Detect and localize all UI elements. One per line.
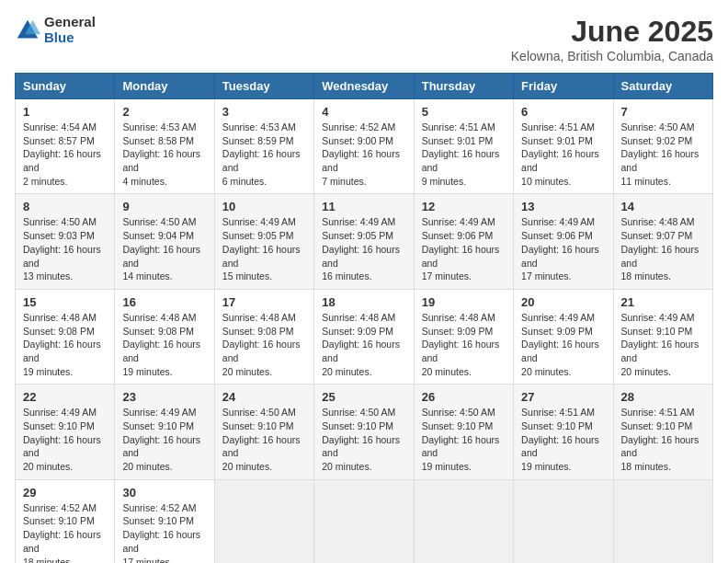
day-cell-content: Sunrise: 4:51 AMSunset: 9:10 PMDaylight:…: [521, 406, 605, 473]
day-cell-content: Sunrise: 4:48 AMSunset: 9:08 PMDaylight:…: [122, 311, 206, 378]
calendar-cell: 7 Sunrise: 4:50 AMSunset: 9:02 PMDayligh…: [613, 99, 712, 194]
calendar-cell: 26 Sunrise: 4:50 AMSunset: 9:10 PMDaylig…: [414, 385, 513, 479]
day-cell-content: Sunrise: 4:52 AMSunset: 9:10 PMDaylight:…: [23, 501, 107, 563]
calendar-cell: 4 Sunrise: 4:52 AMSunset: 9:00 PMDayligh…: [314, 99, 414, 194]
day-number: 2: [122, 105, 206, 119]
day-number: 22: [23, 390, 107, 404]
main-title: June 2025: [511, 15, 713, 49]
day-cell-content: Sunrise: 4:49 AMSunset: 9:05 PMDaylight:…: [322, 215, 405, 282]
day-cell-content: Sunrise: 4:49 AMSunset: 9:10 PMDaylight:…: [23, 406, 107, 473]
day-cell-content: Sunrise: 4:53 AMSunset: 8:59 PMDaylight:…: [222, 121, 306, 188]
calendar-cell: 15 Sunrise: 4:48 AMSunset: 9:08 PMDaylig…: [16, 289, 115, 384]
day-number: 12: [422, 200, 506, 213]
day-number: 9: [122, 200, 206, 213]
day-cell-content: Sunrise: 4:50 AMSunset: 9:04 PMDaylight:…: [122, 215, 206, 282]
day-cell-content: Sunrise: 4:49 AMSunset: 9:10 PMDaylight:…: [122, 406, 206, 473]
calendar-week-row: 15 Sunrise: 4:48 AMSunset: 9:08 PMDaylig…: [16, 289, 713, 384]
day-header-saturday: Saturday: [613, 74, 712, 99]
calendar-cell: 30 Sunrise: 4:52 AMSunset: 9:10 PMDaylig…: [115, 479, 214, 563]
calendar-cell: 21 Sunrise: 4:49 AMSunset: 9:10 PMDaylig…: [613, 289, 712, 384]
calendar-cell: 2 Sunrise: 4:53 AMSunset: 8:58 PMDayligh…: [115, 99, 214, 194]
calendar-cell: [613, 479, 712, 563]
calendar-week-row: 1 Sunrise: 4:54 AMSunset: 8:57 PMDayligh…: [16, 99, 713, 194]
day-cell-content: Sunrise: 4:50 AMSunset: 9:10 PMDaylight:…: [422, 406, 506, 473]
calendar-cell: 6 Sunrise: 4:51 AMSunset: 9:01 PMDayligh…: [514, 99, 613, 194]
calendar-week-row: 22 Sunrise: 4:49 AMSunset: 9:10 PMDaylig…: [16, 385, 713, 479]
day-number: 6: [521, 105, 605, 119]
logo-text: General Blue: [44, 15, 96, 45]
calendar-cell: 14 Sunrise: 4:48 AMSunset: 9:07 PMDaylig…: [613, 194, 712, 289]
day-number: 15: [23, 295, 107, 309]
day-number: 21: [621, 295, 705, 309]
calendar-cell: 20 Sunrise: 4:49 AMSunset: 9:09 PMDaylig…: [514, 289, 613, 384]
day-number: 27: [521, 390, 605, 404]
calendar-cell: 24 Sunrise: 4:50 AMSunset: 9:10 PMDaylig…: [214, 385, 313, 479]
subtitle: Kelowna, British Columbia, Canada: [511, 49, 713, 63]
calendar-cell: 1 Sunrise: 4:54 AMSunset: 8:57 PMDayligh…: [16, 99, 115, 194]
calendar-cell: 27 Sunrise: 4:51 AMSunset: 9:10 PMDaylig…: [514, 385, 613, 479]
day-header-thursday: Thursday: [414, 74, 513, 99]
day-header-monday: Monday: [115, 74, 214, 99]
calendar-cell: 5 Sunrise: 4:51 AMSunset: 9:01 PMDayligh…: [414, 99, 513, 194]
calendar-cell: 10 Sunrise: 4:49 AMSunset: 9:05 PMDaylig…: [214, 194, 313, 289]
day-number: 19: [422, 295, 506, 309]
day-header-friday: Friday: [514, 74, 613, 99]
calendar-cell: 17 Sunrise: 4:48 AMSunset: 9:08 PMDaylig…: [214, 289, 313, 384]
logo: General Blue: [15, 15, 96, 45]
day-number: 16: [122, 295, 206, 309]
day-number: 23: [122, 390, 206, 404]
day-header-sunday: Sunday: [16, 74, 115, 99]
logo-icon: [15, 17, 40, 43]
day-number: 30: [122, 486, 206, 500]
logo-general: General: [44, 15, 96, 30]
day-number: 8: [23, 200, 107, 213]
day-number: 14: [621, 200, 705, 213]
day-cell-content: Sunrise: 4:53 AMSunset: 8:58 PMDaylight:…: [122, 121, 206, 188]
day-cell-content: Sunrise: 4:48 AMSunset: 9:08 PMDaylight:…: [222, 311, 306, 378]
day-number: 7: [621, 105, 705, 119]
day-number: 11: [322, 200, 405, 213]
day-cell-content: Sunrise: 4:49 AMSunset: 9:10 PMDaylight:…: [621, 311, 705, 378]
calendar-cell: 13 Sunrise: 4:49 AMSunset: 9:06 PMDaylig…: [514, 194, 613, 289]
day-cell-content: Sunrise: 4:54 AMSunset: 8:57 PMDaylight:…: [23, 121, 107, 188]
day-cell-content: Sunrise: 4:51 AMSunset: 9:10 PMDaylight:…: [621, 406, 705, 473]
calendar-cell: 29 Sunrise: 4:52 AMSunset: 9:10 PMDaylig…: [16, 479, 115, 563]
day-cell-content: Sunrise: 4:48 AMSunset: 9:09 PMDaylight:…: [422, 311, 506, 378]
day-cell-content: Sunrise: 4:52 AMSunset: 9:00 PMDaylight:…: [322, 121, 405, 188]
day-number: 29: [23, 486, 107, 500]
calendar-cell: 12 Sunrise: 4:49 AMSunset: 9:06 PMDaylig…: [414, 194, 513, 289]
calendar-cell: 18 Sunrise: 4:48 AMSunset: 9:09 PMDaylig…: [314, 289, 414, 384]
calendar-cell: 25 Sunrise: 4:50 AMSunset: 9:10 PMDaylig…: [314, 385, 414, 479]
day-header-wednesday: Wednesday: [314, 74, 414, 99]
day-cell-content: Sunrise: 4:48 AMSunset: 9:09 PMDaylight:…: [322, 311, 405, 378]
day-cell-content: Sunrise: 4:52 AMSunset: 9:10 PMDaylight:…: [122, 501, 206, 563]
calendar-cell: 16 Sunrise: 4:48 AMSunset: 9:08 PMDaylig…: [115, 289, 214, 384]
day-cell-content: Sunrise: 4:48 AMSunset: 9:07 PMDaylight:…: [621, 215, 705, 282]
calendar-cell: [214, 479, 313, 563]
calendar-cell: 3 Sunrise: 4:53 AMSunset: 8:59 PMDayligh…: [214, 99, 313, 194]
day-cell-content: Sunrise: 4:49 AMSunset: 9:06 PMDaylight:…: [422, 215, 506, 282]
day-cell-content: Sunrise: 4:49 AMSunset: 9:05 PMDaylight:…: [222, 215, 306, 282]
calendar-week-row: 8 Sunrise: 4:50 AMSunset: 9:03 PMDayligh…: [16, 194, 713, 289]
calendar-cell: 22 Sunrise: 4:49 AMSunset: 9:10 PMDaylig…: [16, 385, 115, 479]
calendar-table: SundayMondayTuesdayWednesdayThursdayFrid…: [15, 73, 713, 563]
logo-blue: Blue: [44, 30, 96, 46]
day-cell-content: Sunrise: 4:50 AMSunset: 9:10 PMDaylight:…: [322, 406, 405, 473]
day-cell-content: Sunrise: 4:49 AMSunset: 9:06 PMDaylight:…: [521, 215, 605, 282]
day-cell-content: Sunrise: 4:50 AMSunset: 9:03 PMDaylight:…: [23, 215, 107, 282]
day-number: 4: [322, 105, 405, 119]
header: General Blue June 2025 Kelowna, British …: [15, 15, 713, 63]
title-area: June 2025 Kelowna, British Columbia, Can…: [511, 15, 713, 63]
day-cell-content: Sunrise: 4:51 AMSunset: 9:01 PMDaylight:…: [422, 121, 506, 188]
calendar-cell: 8 Sunrise: 4:50 AMSunset: 9:03 PMDayligh…: [16, 194, 115, 289]
day-number: 25: [322, 390, 405, 404]
calendar-cell: 23 Sunrise: 4:49 AMSunset: 9:10 PMDaylig…: [115, 385, 214, 479]
calendar-cell: 9 Sunrise: 4:50 AMSunset: 9:04 PMDayligh…: [115, 194, 214, 289]
day-number: 28: [621, 390, 705, 404]
calendar-cell: [514, 479, 613, 563]
day-cell-content: Sunrise: 4:50 AMSunset: 9:10 PMDaylight:…: [222, 406, 306, 473]
calendar-cell: 28 Sunrise: 4:51 AMSunset: 9:10 PMDaylig…: [613, 385, 712, 479]
calendar-cell: 11 Sunrise: 4:49 AMSunset: 9:05 PMDaylig…: [314, 194, 414, 289]
day-number: 13: [521, 200, 605, 213]
day-cell-content: Sunrise: 4:51 AMSunset: 9:01 PMDaylight:…: [521, 121, 605, 188]
